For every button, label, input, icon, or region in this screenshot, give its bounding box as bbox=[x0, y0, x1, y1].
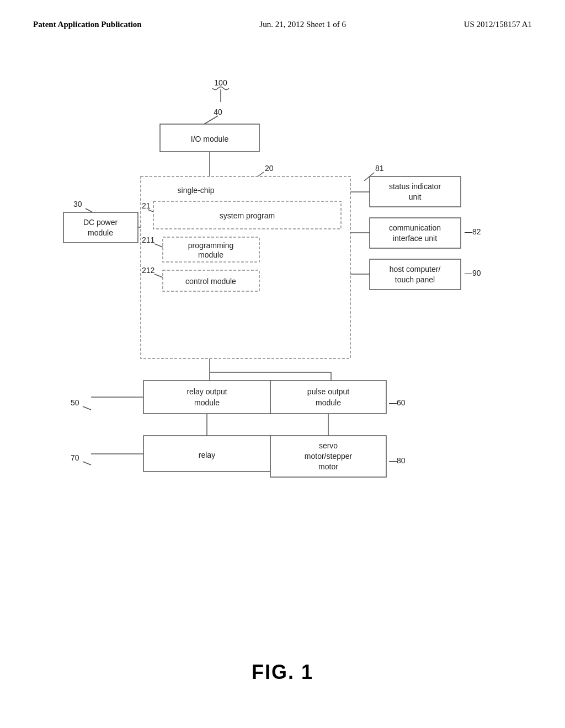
header-right: US 2012/158157 A1 bbox=[464, 20, 532, 29]
pulse-output-label1: pulse output bbox=[307, 387, 349, 396]
header-left: Patent Application Publication bbox=[33, 20, 142, 29]
host-computer-label2: touch panel bbox=[395, 275, 435, 284]
ref-20-label: 20 bbox=[265, 164, 274, 173]
relay-output-label1: relay output bbox=[186, 387, 227, 396]
host-computer-box bbox=[370, 259, 461, 290]
progmod-label2: module bbox=[198, 250, 223, 259]
status-indicator-box bbox=[370, 176, 461, 207]
dc-power-box bbox=[63, 212, 138, 243]
servo-motor-label3: motor bbox=[318, 462, 338, 471]
header-center: Jun. 21, 2012 Sheet 1 of 6 bbox=[259, 20, 346, 29]
ref-70-label: 70 bbox=[71, 453, 79, 462]
dc-power-label2: module bbox=[88, 228, 113, 237]
ctrlmod-label: control module bbox=[185, 277, 236, 286]
comm-interface-box bbox=[370, 218, 461, 248]
ref-21-label: 21 bbox=[142, 201, 151, 210]
sysprog-label: system program bbox=[220, 211, 275, 220]
ref-40-label: 40 bbox=[214, 108, 222, 116]
ref-80-label: —80 bbox=[389, 456, 406, 465]
ref-60-label: —60 bbox=[389, 398, 406, 407]
svg-line-17 bbox=[83, 406, 91, 410]
comm-interface-label1: communication bbox=[389, 223, 441, 232]
pulse-output-label2: module bbox=[316, 398, 341, 407]
relay-label: relay bbox=[199, 451, 215, 459]
singlechip-label: single-chip bbox=[178, 186, 215, 195]
ref-50-label: 50 bbox=[71, 398, 79, 407]
status-indicator-label1: status indicator bbox=[389, 182, 441, 191]
page: Patent Application Publication Jun. 21, … bbox=[0, 0, 565, 728]
svg-line-1 bbox=[204, 116, 218, 124]
ref-90-label: —90 bbox=[465, 269, 481, 277]
diagram-svg: 100 40 I/O module 20 81 single-chip stat… bbox=[33, 55, 532, 552]
servo-motor-label2: motor/stepper bbox=[305, 452, 353, 461]
dc-power-label1: DC power bbox=[83, 218, 118, 227]
relay-output-box bbox=[143, 381, 270, 414]
servo-motor-label1: servo bbox=[319, 441, 338, 450]
ref-211-label: 211 bbox=[142, 235, 155, 244]
io-module-label: I/O module bbox=[191, 135, 229, 143]
svg-line-20 bbox=[83, 462, 91, 465]
fig-label: FIG. 1 bbox=[252, 661, 313, 684]
host-computer-label1: host computer/ bbox=[390, 265, 441, 274]
ref-81-label: 81 bbox=[375, 164, 384, 173]
ref-82-label: —82 bbox=[465, 227, 481, 236]
ref-30-label: 30 bbox=[73, 200, 82, 208]
ref-212-label: 212 bbox=[142, 266, 155, 275]
progmod-label1: programming bbox=[188, 241, 233, 250]
ref-100: 100 bbox=[214, 78, 227, 87]
status-indicator-label2: unit bbox=[409, 192, 422, 201]
relay-output-label2: module bbox=[194, 398, 220, 407]
pulse-output-box bbox=[270, 381, 386, 414]
header: Patent Application Publication Jun. 21, … bbox=[0, 0, 565, 29]
comm-interface-label2: interface unit bbox=[393, 234, 437, 243]
